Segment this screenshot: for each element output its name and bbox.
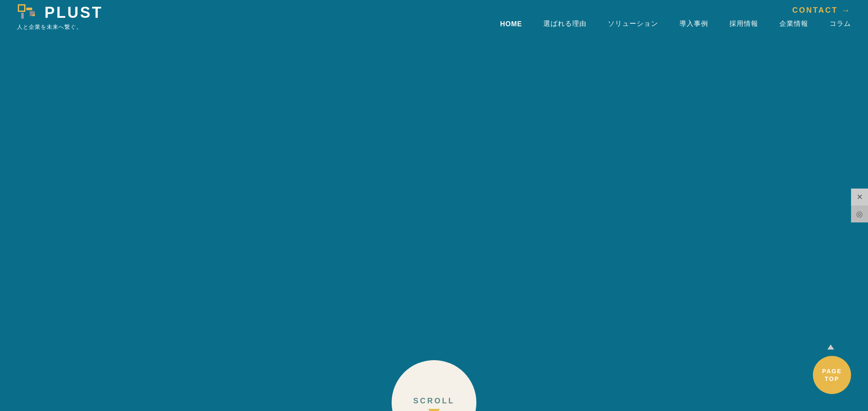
svg-rect-3 — [21, 13, 24, 19]
scroll-up-arrow-icon[interactable] — [827, 344, 834, 350]
nav-item-reasons[interactable]: 選ばれる理由 — [543, 19, 587, 28]
svg-rect-2 — [26, 8, 32, 10]
page-top-button[interactable]: PAGE TOP — [813, 356, 851, 394]
header-right: CONTACT → HOME 選ばれる理由 ソリューション 導入事例 採用情報 … — [500, 6, 851, 28]
page-top-line2: TOP — [825, 375, 840, 383]
hero-background — [0, 0, 868, 411]
nav-item-column[interactable]: コラム — [829, 19, 851, 28]
contact-arrow-icon: → — [841, 6, 851, 15]
social-x-button[interactable]: ✕ — [851, 189, 868, 206]
scroll-triangle-icon — [428, 409, 440, 411]
page-top-line1: PAGE — [822, 367, 842, 375]
main-nav: HOME 選ばれる理由 ソリューション 導入事例 採用情報 企業情報 コラム — [500, 19, 851, 28]
nav-item-home[interactable]: HOME — [500, 20, 522, 28]
social-instagram-button[interactable]: ◎ — [851, 206, 868, 222]
logo-title: PLUST — [17, 3, 103, 22]
logo-area[interactable]: PLUST 人と企業を未来へ繋ぐ。 — [17, 3, 103, 31]
x-icon: ✕ — [857, 192, 863, 202]
nav-item-careers[interactable]: 採用情報 — [729, 19, 758, 28]
site-header: PLUST 人と企業を未来へ繋ぐ。 CONTACT → HOME 選ばれる理由 … — [0, 0, 868, 34]
nav-item-company[interactable]: 企業情報 — [779, 19, 808, 28]
svg-rect-1 — [19, 6, 24, 11]
contact-link[interactable]: CONTACT → — [792, 6, 851, 15]
side-social-panel: ✕ ◎ — [851, 189, 868, 222]
scroll-label: SCROLL — [413, 397, 455, 405]
logo-tagline: 人と企業を未来へ繋ぐ。 — [17, 23, 82, 31]
brand-name: PLUST — [45, 4, 103, 22]
logo-icon — [17, 3, 40, 22]
contact-label: CONTACT — [792, 6, 838, 15]
nav-item-cases[interactable]: 導入事例 — [679, 19, 708, 28]
nav-item-solutions[interactable]: ソリューション — [608, 19, 658, 28]
instagram-icon: ◎ — [856, 209, 863, 219]
